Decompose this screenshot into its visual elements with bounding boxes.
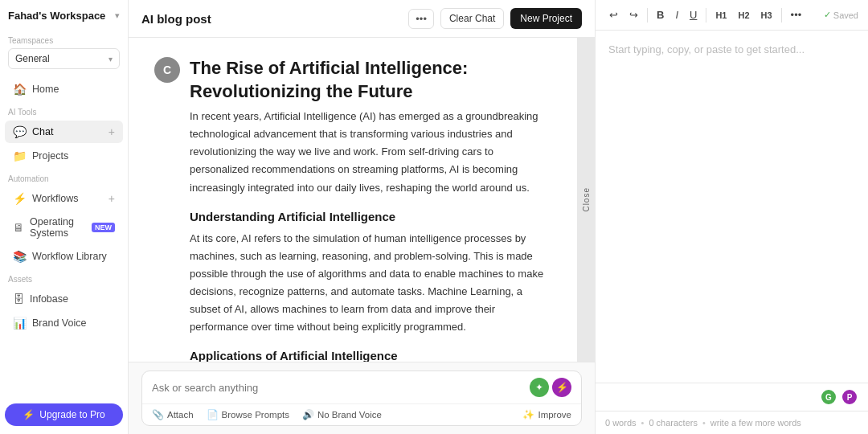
section1-title: Understanding Artificial Intelligence — [190, 210, 550, 223]
no-brand-voice-button[interactable]: 🔊 No Brand Voice — [302, 409, 382, 420]
editor-panel: ↩ ↪ B I U H1 H2 H3 ••• ✓ Saved Start typ… — [595, 0, 868, 434]
chat-input[interactable] — [152, 382, 523, 394]
improve-label: Improve — [538, 410, 571, 420]
workspace-name: Fahad's Workspace — [8, 10, 110, 22]
new-badge: NEW — [92, 223, 115, 232]
h3-button[interactable]: H3 — [757, 8, 776, 23]
workspace-header[interactable]: Fahad's Workspace ▾ — [0, 0, 128, 31]
sidebar-item-chat[interactable]: 💬 Chat + — [5, 121, 123, 143]
char-count: 0 characters — [649, 418, 698, 428]
chat-input-area: ✦ ⚡ 📎 Attach 📄 Browse Prompts 🔊 — [129, 362, 595, 434]
sidebar-item-brand-voice[interactable]: 📊 Brand Voice — [5, 312, 123, 334]
sidebar-item-workflows[interactable]: ⚡ Workflows + — [5, 187, 123, 210]
sidebar-item-workflow-library-label: Workflow Library — [32, 251, 115, 262]
header-actions: ••• Clear Chat New Project — [408, 8, 582, 29]
close-panel-bar[interactable]: Close — [577, 38, 595, 362]
bold-button[interactable]: B — [653, 6, 668, 23]
main-header: AI blog post ••• Clear Chat New Project — [129, 0, 595, 38]
infobase-icon: 🗄 — [13, 293, 24, 305]
document-content: C The Rise of Artificial Intelligence: R… — [129, 38, 595, 362]
improve-button[interactable]: ✨ Improve — [522, 409, 571, 420]
sidebar-item-home-label: Home — [32, 84, 115, 95]
ai-tools-label: AI Tools — [0, 101, 128, 120]
h1-button[interactable]: H1 — [711, 8, 731, 23]
teamspaces-label: Teamspaces — [0, 31, 128, 48]
browse-prompts-label: Browse Prompts — [222, 410, 289, 420]
footer-dot-2: • — [702, 418, 706, 428]
toolbar-separator-1 — [647, 8, 648, 23]
editor-toolbar: ↩ ↪ B I U H1 H2 H3 ••• ✓ Saved — [596, 0, 868, 31]
editor-avatar-green: G — [820, 388, 837, 406]
underline-button[interactable]: U — [686, 6, 701, 23]
footer-dot-1: • — [641, 418, 645, 428]
upgrade-label: Upgrade to Pro — [39, 409, 104, 420]
more-options-button[interactable]: ••• — [408, 9, 434, 29]
sidebar-item-infobase-label: Infobase — [30, 293, 115, 305]
section2-title: Applications of Artificial Intelligence — [190, 349, 550, 362]
attach-icon: 📎 — [152, 409, 164, 420]
no-brand-voice-label: No Brand Voice — [317, 410, 382, 420]
home-icon: 🏠 — [13, 83, 27, 96]
saved-check-icon: ✓ — [824, 10, 831, 20]
chat-icon: 💬 — [13, 125, 27, 138]
chat-input-row: ✦ ⚡ — [142, 371, 581, 403]
write-hint: write a few more words — [710, 418, 801, 428]
avatar: C — [154, 57, 180, 83]
h2-button[interactable]: H2 — [734, 8, 753, 23]
word-count: 0 words — [605, 418, 637, 428]
sidebar-item-workflow-library[interactable]: 📚 Workflow Library — [5, 245, 123, 268]
toolbar-separator-3 — [781, 8, 782, 23]
saved-indicator: ✓ Saved — [824, 10, 858, 20]
editor-body[interactable]: Start typing, copy, or paste to get star… — [596, 31, 868, 383]
undo-button[interactable]: ↩ — [605, 6, 622, 23]
chat-toolbar: 📎 Attach 📄 Browse Prompts 🔊 No Brand Voi… — [142, 403, 581, 425]
document-intro: In recent years, Artificial Intelligence… — [190, 108, 550, 196]
send-green-icon[interactable]: ✦ — [530, 378, 549, 397]
projects-icon: 📁 — [13, 149, 27, 162]
chat-input-box: ✦ ⚡ 📎 Attach 📄 Browse Prompts 🔊 — [141, 371, 582, 426]
sidebar-item-operating-systems[interactable]: 🖥 Operating Systems NEW — [5, 211, 123, 244]
section1-body: At its core, AI refers to the simulation… — [190, 230, 550, 337]
sidebar-item-workflows-label: Workflows — [32, 193, 103, 204]
sidebar-item-infobase[interactable]: 🗄 Infobase — [5, 288, 123, 310]
page-title: AI blog post — [141, 12, 400, 26]
attach-button[interactable]: 📎 Attach — [152, 409, 194, 420]
brand-voice-tool-icon: 🔊 — [302, 409, 314, 420]
document-title: The Rise of Artificial Intelligence: Rev… — [190, 57, 550, 103]
toolbar-separator-2 — [706, 8, 706, 23]
more-toolbar-button[interactable]: ••• — [787, 6, 806, 23]
automation-label: Automation — [0, 168, 128, 186]
workflows-add-icon[interactable]: + — [108, 192, 115, 205]
italic-button[interactable]: I — [671, 6, 682, 23]
sidebar-item-projects[interactable]: 📁 Projects — [5, 145, 123, 167]
assets-label: Assets — [0, 268, 128, 287]
new-project-button[interactable]: New Project — [510, 8, 582, 29]
improve-icon: ✨ — [522, 409, 534, 420]
editor-avatar-purple: P — [841, 388, 858, 406]
chat-add-icon[interactable]: + — [108, 125, 115, 138]
teamspace-selected: General — [15, 53, 50, 64]
teamspace-select[interactable]: General ▾ — [8, 48, 120, 69]
browse-prompts-icon: 📄 — [207, 409, 219, 420]
sidebar-item-chat-label: Chat — [32, 126, 103, 137]
workspace-chevron-icon: ▾ — [115, 10, 120, 21]
teamspace-arrow-icon: ▾ — [108, 55, 113, 63]
sidebar-item-home[interactable]: 🏠 Home — [5, 78, 123, 100]
sidebar-item-os-label: Operating Systems — [30, 216, 86, 239]
browse-prompts-button[interactable]: 📄 Browse Prompts — [207, 409, 289, 420]
upgrade-button[interactable]: ⚡ Upgrade to Pro — [5, 403, 123, 426]
editor-placeholder: Start typing, copy, or paste to get star… — [608, 43, 805, 55]
operating-systems-icon: 🖥 — [13, 221, 24, 234]
sidebar-item-projects-label: Projects — [32, 150, 115, 162]
close-label: Close — [582, 187, 591, 212]
workflow-library-icon: 📚 — [13, 250, 27, 263]
more-options-icon: ••• — [416, 13, 427, 25]
send-purple-icon[interactable]: ⚡ — [552, 378, 571, 397]
sidebar-bottom: ⚡ Upgrade to Pro — [0, 395, 128, 434]
clear-chat-button[interactable]: Clear Chat — [440, 8, 504, 29]
upgrade-icon: ⚡ — [23, 409, 35, 420]
redo-button[interactable]: ↪ — [625, 6, 642, 23]
main-content: AI blog post ••• Clear Chat New Project … — [129, 0, 595, 434]
workflows-icon: ⚡ — [13, 192, 27, 205]
brand-voice-icon: 📊 — [13, 317, 27, 330]
